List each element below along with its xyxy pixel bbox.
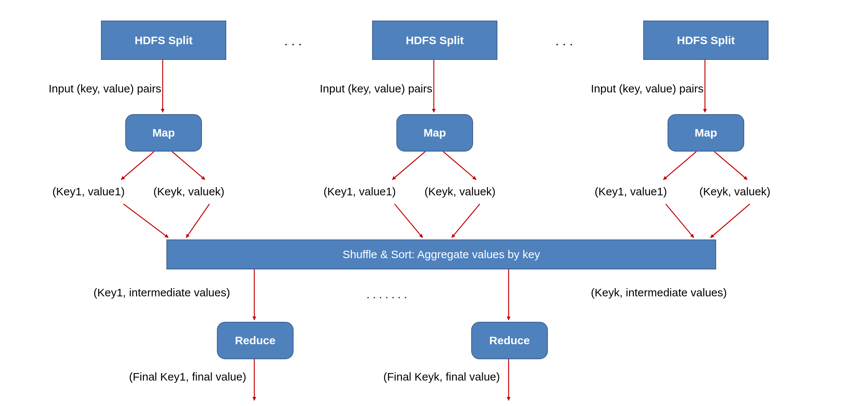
kv-label: (Keyk, valuek) <box>153 185 224 198</box>
svg-line-14 <box>711 204 750 238</box>
hdfs-split-box-3: HDFS Split <box>643 21 769 60</box>
ellipsis: . . . . . . . <box>366 288 407 301</box>
svg-line-4 <box>172 152 205 180</box>
svg-line-7 <box>663 152 696 180</box>
kv-label: (Key1, value1) <box>323 185 396 198</box>
hdfs-split-label: HDFS Split <box>135 34 193 47</box>
diagram-canvas: HDFS Split HDFS Split HDFS Split . . . .… <box>0 0 868 406</box>
final-label-left: (Final Key1, final value) <box>129 370 246 383</box>
kv-label: (Keyk, valuek) <box>424 185 496 198</box>
kv-label: (Key1, value1) <box>595 185 667 198</box>
input-pairs-label: Input (key, value) pairs <box>320 82 432 95</box>
svg-line-11 <box>395 204 423 238</box>
map-label: Map <box>153 126 175 139</box>
input-pairs-label: Input (key, value) pairs <box>591 82 703 95</box>
shuffle-sort-label: Shuffle & Sort: Aggregate values by key <box>343 248 540 261</box>
hdfs-split-box-1: HDFS Split <box>101 21 226 60</box>
svg-line-10 <box>186 204 209 238</box>
hdfs-split-box-2: HDFS Split <box>372 21 497 60</box>
svg-line-9 <box>123 204 168 238</box>
kv-label: (Keyk, valuek) <box>699 185 770 198</box>
ellipsis: . . . <box>284 34 302 48</box>
svg-line-3 <box>121 152 154 180</box>
map-box-1: Map <box>125 114 202 152</box>
reduce-label: Reduce <box>235 334 275 347</box>
intermediate-label-right: (Keyk, intermediate values) <box>591 286 727 299</box>
svg-line-13 <box>666 204 694 238</box>
input-pairs-label: Input (key, value) pairs <box>49 82 161 95</box>
reduce-box-left: Reduce <box>217 322 294 359</box>
hdfs-split-label: HDFS Split <box>406 34 464 47</box>
reduce-box-right: Reduce <box>471 322 548 359</box>
intermediate-label-left: (Key1, intermediate values) <box>93 286 230 299</box>
svg-line-12 <box>452 204 480 238</box>
ellipsis: . . . <box>555 34 573 48</box>
final-label-right: (Final Keyk, final value) <box>383 370 500 383</box>
reduce-label: Reduce <box>489 334 530 347</box>
map-label: Map <box>424 126 446 139</box>
map-box-3: Map <box>668 114 744 152</box>
shuffle-sort-box: Shuffle & Sort: Aggregate values by key <box>166 239 716 269</box>
svg-line-8 <box>714 152 747 180</box>
hdfs-split-label: HDFS Split <box>677 34 735 47</box>
map-label: Map <box>695 126 717 139</box>
kv-label: (Key1, value1) <box>52 185 125 198</box>
svg-line-6 <box>443 152 476 180</box>
arrow-layer <box>0 0 868 406</box>
map-box-2: Map <box>396 114 473 152</box>
svg-line-5 <box>392 152 425 180</box>
